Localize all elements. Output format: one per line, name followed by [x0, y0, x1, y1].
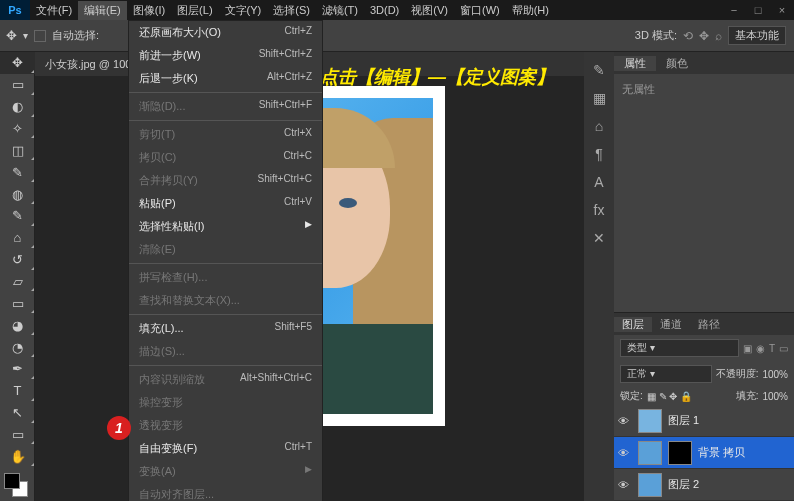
tool-eraser[interactable]: ▱: [0, 271, 35, 293]
layer-row[interactable]: 👁 图层 2: [614, 469, 794, 501]
filter-icon-4[interactable]: ▭: [779, 343, 788, 354]
menu-item: 自动对齐图层...: [129, 483, 322, 501]
tool-blur[interactable]: ◕: [0, 314, 35, 336]
menu-help[interactable]: 帮助(H): [506, 1, 555, 20]
opacity-value[interactable]: 100%: [762, 369, 788, 380]
pan-icon[interactable]: ✥: [699, 29, 709, 43]
menu-item[interactable]: 前进一步(W)Shift+Ctrl+Z: [129, 44, 322, 67]
brush-icon[interactable]: ✎: [593, 62, 605, 78]
lock-icon[interactable]: ▦ ✎ ✥ 🔒: [647, 391, 692, 402]
edit-menu-dropdown: 还原画布大小(O)Ctrl+Z前进一步(W)Shift+Ctrl+Z后退一步(K…: [128, 20, 323, 501]
tool-marquee[interactable]: ▭: [0, 74, 35, 96]
tool-hand[interactable]: ✋: [0, 445, 35, 467]
menu-layer[interactable]: 图层(L): [171, 1, 218, 20]
tool-crop[interactable]: ◫: [0, 139, 35, 161]
tab-properties[interactable]: 属性: [614, 56, 656, 71]
filter-icon-3[interactable]: T: [769, 343, 775, 354]
lock-label: 锁定:: [620, 389, 643, 403]
layer-row[interactable]: 👁 图层 1: [614, 405, 794, 437]
tool-wand[interactable]: ✧: [0, 118, 35, 140]
visibility-icon[interactable]: 👁: [618, 446, 632, 460]
layer-filter-kind[interactable]: 类型 ▾: [620, 339, 739, 357]
menu-item[interactable]: 后退一步(K)Alt+Ctrl+Z: [129, 67, 322, 90]
tool-eyedropper[interactable]: ✎: [0, 161, 35, 183]
right-panels: 属性 颜色 无属性 图层 通道 路径 类型 ▾ ▣ ◉ T ▭ 正常 ▾ 不透明…: [614, 52, 794, 501]
menu-view[interactable]: 视图(V): [405, 1, 454, 20]
blend-mode-select[interactable]: 正常 ▾: [620, 365, 712, 383]
clone-icon[interactable]: ⌂: [595, 118, 603, 134]
menu-file[interactable]: 文件(F): [30, 1, 78, 20]
window-controls: − □ ×: [722, 0, 794, 20]
tool-stamp[interactable]: ⌂: [0, 227, 35, 249]
menu-item[interactable]: 粘贴(P)Ctrl+V: [129, 192, 322, 215]
tab-channels[interactable]: 通道: [652, 317, 690, 332]
auto-select-checkbox[interactable]: [34, 30, 46, 42]
mode-3d-label: 3D 模式:: [635, 28, 677, 43]
tool-shape[interactable]: ▭: [0, 424, 35, 446]
auto-select-label: 自动选择:: [52, 28, 99, 43]
swatches-icon[interactable]: ▦: [593, 90, 606, 106]
titlebar: Ps 文件(F) 编辑(E) 图像(I) 图层(L) 文字(Y) 选择(S) 滤…: [0, 0, 794, 20]
tool-dodge[interactable]: ◔: [0, 336, 35, 358]
tool-lasso[interactable]: ◐: [0, 96, 35, 118]
menu-3d[interactable]: 3D(D): [364, 2, 405, 18]
menu-item[interactable]: 自由变换(F)Ctrl+T: [129, 437, 322, 460]
menu-item[interactable]: 还原画布大小(O)Ctrl+Z: [129, 21, 322, 44]
layers-panel: 图层 通道 路径 类型 ▾ ▣ ◉ T ▭ 正常 ▾ 不透明度: 100% 锁定…: [614, 312, 794, 501]
tool-move[interactable]: ✥: [0, 52, 35, 74]
menu-item: 变换(A)▶: [129, 460, 322, 483]
side-toolbar: ✎ ▦ ⌂ ¶ A fx ✕: [584, 52, 614, 501]
layer-name[interactable]: 背景 拷贝: [698, 445, 745, 460]
tool-gradient[interactable]: ▭: [0, 292, 35, 314]
measure-icon[interactable]: ✕: [593, 230, 605, 246]
tool-type[interactable]: T: [0, 380, 35, 402]
minimize-icon[interactable]: −: [722, 0, 746, 20]
menu-item: 剪切(T)Ctrl+X: [129, 123, 322, 146]
menu-item: 透视变形: [129, 414, 322, 437]
orbit-icon[interactable]: ⟲: [683, 29, 693, 43]
filter-icon-2[interactable]: ◉: [756, 343, 765, 354]
menu-window[interactable]: 窗口(W): [454, 1, 506, 20]
styles-icon[interactable]: fx: [594, 202, 605, 218]
menu-filter[interactable]: 滤镜(T): [316, 1, 364, 20]
menu-item: 内容识别缩放Alt+Shift+Ctrl+C: [129, 368, 322, 391]
menubar: 文件(F) 编辑(E) 图像(I) 图层(L) 文字(Y) 选择(S) 滤镜(T…: [30, 0, 555, 20]
toolbox: ✥ ▭ ◐ ✧ ◫ ✎ ◍ ✎ ⌂ ↺ ▱ ▭ ◕ ◔ ✒ T ↖ ▭ ✋: [0, 52, 35, 501]
menu-item[interactable]: 选择性粘贴(I)▶: [129, 215, 322, 238]
tab-color[interactable]: 颜色: [656, 56, 698, 71]
tab-paths[interactable]: 路径: [690, 317, 728, 332]
layers-tabs: 图层 通道 路径: [614, 313, 794, 335]
paragraph-icon[interactable]: ¶: [595, 146, 603, 162]
maximize-icon[interactable]: □: [746, 0, 770, 20]
character-icon[interactable]: A: [594, 174, 603, 190]
layer-thumb: [638, 441, 662, 465]
visibility-icon[interactable]: 👁: [618, 478, 632, 492]
tool-history[interactable]: ↺: [0, 249, 35, 271]
fill-value[interactable]: 100%: [762, 391, 788, 402]
menu-item: 查找和替换文本(X)...: [129, 289, 322, 312]
tool-pen[interactable]: ✒: [0, 358, 35, 380]
layer-name[interactable]: 图层 1: [668, 413, 699, 428]
tool-path[interactable]: ↖: [0, 402, 35, 424]
menu-select[interactable]: 选择(S): [267, 1, 316, 20]
tab-layers[interactable]: 图层: [614, 317, 652, 332]
workspace-switcher[interactable]: 基本功能: [728, 26, 786, 45]
layers-list: 👁 图层 1 👁 背景 拷贝 👁 图层 2: [614, 405, 794, 501]
menu-image[interactable]: 图像(I): [127, 1, 171, 20]
menu-type[interactable]: 文字(Y): [219, 1, 268, 20]
menu-item[interactable]: 填充(L)...Shift+F5: [129, 317, 322, 340]
filter-icon[interactable]: ▣: [743, 343, 752, 354]
close-icon[interactable]: ×: [770, 0, 794, 20]
tool-preset-dropdown[interactable]: ▾: [23, 30, 28, 41]
tool-brush[interactable]: ✎: [0, 205, 35, 227]
menu-edit[interactable]: 编辑(E): [78, 1, 127, 20]
layer-name[interactable]: 图层 2: [668, 477, 699, 492]
visibility-icon[interactable]: 👁: [618, 414, 632, 428]
ps-logo: Ps: [0, 0, 30, 20]
zoom-icon[interactable]: ⌕: [715, 29, 722, 43]
layer-row[interactable]: 👁 背景 拷贝: [614, 437, 794, 469]
layer-mask-thumb: [668, 441, 692, 465]
color-swatch[interactable]: [0, 471, 35, 501]
move-tool-icon: ✥: [6, 28, 17, 43]
tool-heal[interactable]: ◍: [0, 183, 35, 205]
